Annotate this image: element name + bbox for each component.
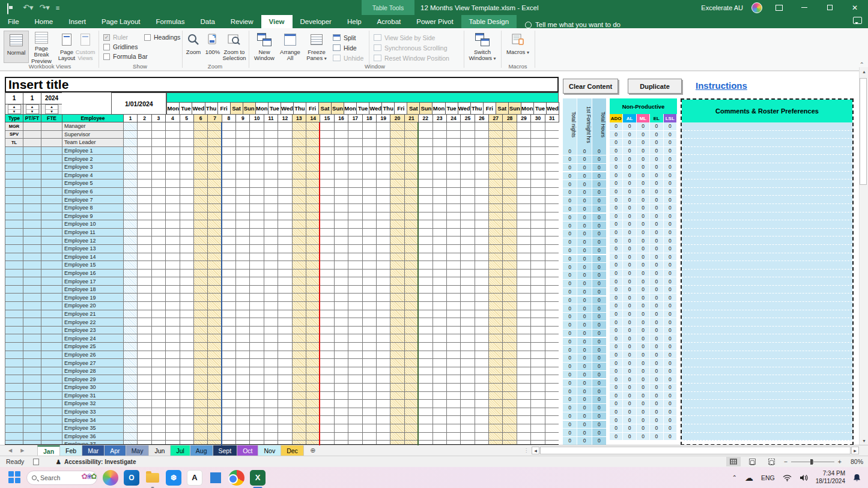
day-cell[interactable] [390, 277, 404, 286]
fte-cell[interactable] [41, 229, 62, 237]
day-cell[interactable] [193, 416, 208, 424]
day-cell[interactable] [306, 334, 320, 343]
day-cell[interactable] [418, 188, 432, 196]
day-cell[interactable] [475, 236, 489, 245]
day-cell[interactable] [475, 229, 489, 237]
day-cell[interactable] [222, 220, 236, 229]
fte-cell[interactable] [41, 408, 62, 417]
ptft-cell[interactable] [23, 433, 41, 441]
day-cell[interactable] [292, 359, 306, 367]
day-cell[interactable] [264, 131, 278, 139]
day-cell[interactable] [193, 220, 208, 229]
type-cell[interactable] [5, 343, 23, 351]
day-cell[interactable] [151, 204, 166, 212]
day-cell[interactable] [222, 196, 236, 204]
comment-row[interactable] [682, 139, 852, 147]
day-cell[interactable] [235, 351, 250, 360]
comment-row[interactable] [682, 253, 852, 262]
day-cell[interactable] [264, 302, 278, 310]
day-cell[interactable] [334, 196, 348, 204]
day-cell[interactable] [517, 318, 531, 327]
day-cell[interactable] [137, 359, 151, 367]
day-cell[interactable] [545, 229, 559, 237]
day-cell[interactable] [475, 392, 489, 400]
day-cell[interactable] [207, 139, 222, 147]
comment-row[interactable] [682, 188, 852, 196]
day-cell[interactable] [488, 253, 503, 262]
day-cell[interactable] [446, 188, 461, 196]
ptft-cell[interactable] [23, 310, 41, 319]
day-cell[interactable] [432, 286, 447, 294]
day-cell[interactable] [292, 122, 306, 131]
day-cell[interactable] [151, 172, 166, 180]
day-cell[interactable] [502, 179, 517, 188]
day-cell[interactable] [193, 188, 208, 196]
fte-cell[interactable] [41, 375, 62, 384]
day-cell[interactable] [475, 327, 489, 335]
day-cell[interactable] [249, 277, 264, 286]
day-cell[interactable] [502, 253, 517, 262]
day-cell[interactable] [207, 318, 222, 327]
day-cell[interactable] [222, 122, 236, 131]
day-cell[interactable] [320, 359, 334, 367]
day-cell[interactable] [362, 270, 377, 278]
day-cell[interactable] [249, 245, 264, 253]
day-cell[interactable] [334, 384, 348, 392]
ptft-cell[interactable] [23, 359, 41, 367]
spinner-value-3[interactable]: 2024 [41, 93, 62, 104]
day-cell[interactable] [545, 253, 559, 262]
notification-bell-icon[interactable] [853, 474, 861, 482]
day-cell[interactable] [207, 179, 222, 188]
employee-name-cell[interactable]: Employee 9 [62, 212, 124, 221]
day-cell[interactable] [306, 400, 320, 408]
day-cell[interactable] [488, 310, 503, 319]
day-cell[interactable] [151, 220, 166, 229]
day-cell[interactable] [517, 310, 531, 319]
comment-row[interactable] [682, 343, 852, 351]
day-cell[interactable] [249, 229, 264, 237]
zoom-button[interactable]: Zoom [184, 31, 203, 63]
day-cell[interactable] [446, 424, 461, 433]
day-cell[interactable] [222, 229, 236, 237]
day-cell[interactable] [488, 359, 503, 367]
comment-row[interactable] [682, 122, 852, 131]
day-cell[interactable] [264, 277, 278, 286]
day-cell[interactable] [151, 384, 166, 392]
day-cell[interactable] [348, 139, 362, 147]
day-cell[interactable] [362, 318, 377, 327]
day-cell[interactable] [249, 343, 264, 351]
day-cell[interactable] [362, 196, 377, 204]
day-cell[interactable] [446, 163, 461, 172]
day-cell[interactable] [222, 327, 236, 335]
day-cell[interactable] [418, 277, 432, 286]
day-cell[interactable] [137, 179, 151, 188]
day-cell[interactable] [264, 286, 278, 294]
day-cell[interactable] [278, 261, 292, 270]
day-cell[interactable] [404, 245, 419, 253]
fte-cell[interactable] [41, 236, 62, 245]
day-cell[interactable] [517, 245, 531, 253]
day-cell[interactable] [137, 220, 151, 229]
day-cell[interactable] [376, 277, 390, 286]
day-cell[interactable] [418, 122, 432, 131]
day-cell[interactable] [193, 286, 208, 294]
day-cell[interactable] [502, 294, 517, 302]
day-cell[interactable] [376, 229, 390, 237]
day-cell[interactable] [222, 424, 236, 433]
day-cell[interactable] [292, 433, 306, 441]
comment-row[interactable] [682, 375, 852, 384]
employee-name-cell[interactable]: Employee 36 [62, 433, 124, 441]
ribbon-tab-table-design[interactable]: Table Design [461, 15, 517, 28]
day-cell[interactable] [222, 408, 236, 417]
day-cell[interactable] [334, 286, 348, 294]
day-cell[interactable] [193, 196, 208, 204]
day-cell[interactable] [334, 400, 348, 408]
day-cell[interactable] [320, 375, 334, 384]
day-cell[interactable] [306, 179, 320, 188]
day-cell[interactable] [460, 359, 475, 367]
fte-cell[interactable] [41, 359, 62, 367]
comment-row[interactable] [682, 433, 852, 441]
day-cell[interactable] [151, 318, 166, 327]
day-cell[interactable] [137, 212, 151, 221]
day-cell[interactable] [376, 400, 390, 408]
